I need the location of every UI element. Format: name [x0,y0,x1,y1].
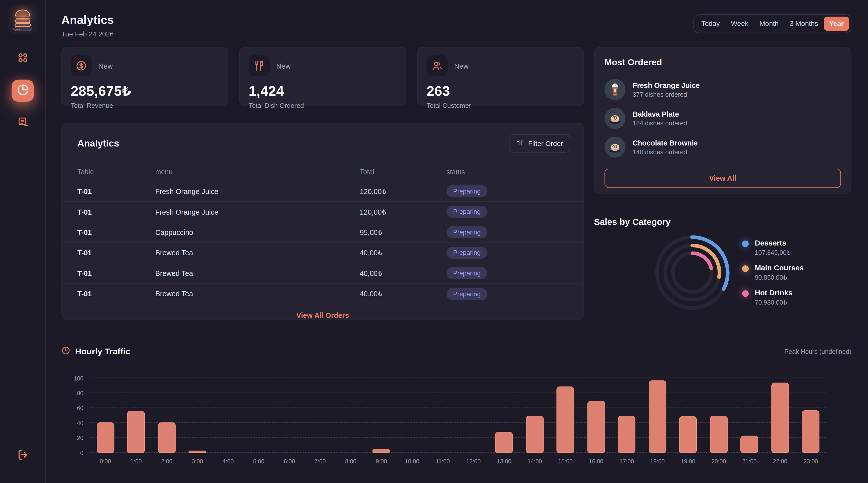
y-axis-tick: 80 [61,390,83,396]
traffic-bar[interactable] [96,422,114,453]
most-ordered-count: 377 dishes ordered [633,91,700,98]
most-ordered-item[interactable]: Baklava Plate184 dishes ordered [604,104,841,133]
sales-by-category-section: Sales by Category Desserts107.845,00₺Mai… [594,217,851,317]
sidebar-item-orders[interactable] [11,112,34,134]
col-header-total: Total [360,168,446,176]
sidebar-item-dashboard[interactable] [11,48,34,70]
sidebar-item-analytics[interactable] [11,80,34,102]
grid-icon [17,52,28,65]
most-ordered-item[interactable]: Chocolate Brownie140 dishes ordered [604,133,841,161]
page-title: Analytics [61,13,114,27]
traffic-bar[interactable] [189,451,206,453]
table-row[interactable]: T-01Fresh Orange Juice120,00₺Preparing [62,202,583,222]
traffic-bar[interactable] [526,415,544,453]
radial-chart [648,229,737,317]
bar-slot [90,378,121,453]
time-filter-week[interactable]: Week [725,17,754,31]
cell-menu: Fresh Orange Juice [155,187,360,195]
bar-slot [366,378,397,453]
x-axis-label: 13:00 [489,458,519,464]
bar-slot [151,378,182,453]
stat-cards: New 285,675₺ Total Revenue New [61,47,584,106]
table-row[interactable]: T-01Fresh Orange Juice120,00₺Preparing [62,181,583,202]
most-ordered-item[interactable]: Fresh Orange Juice377 dishes ordered [604,75,841,104]
cell-table: T-01 [78,228,155,237]
time-filter-3-months[interactable]: 3 Months [784,17,824,31]
table-row[interactable]: T-01Brewed Tea40,00₺Preparing [62,243,583,263]
cell-menu: Brewed Tea [155,269,360,277]
legend-name: Main Courses [755,264,804,272]
cell-menu: Fresh Orange Juice [155,208,360,216]
col-header-table: Table [78,168,155,176]
traffic-bar[interactable] [587,400,605,453]
status-badge: Preparing [446,226,488,238]
status-badge: Preparing [446,267,488,279]
logout-icon [17,449,28,462]
traffic-bar[interactable] [741,435,758,453]
time-filter-year[interactable]: Year [824,17,849,31]
traffic-bar[interactable] [557,386,574,453]
most-ordered-view-all-button[interactable]: View All [604,169,841,188]
cell-table: T-01 [78,269,155,277]
bar-slot [428,378,458,453]
x-axis-label: 8:00 [335,458,366,464]
traffic-bar[interactable] [618,415,636,453]
status-badge: Preparing [446,288,488,300]
traffic-bar[interactable] [158,422,176,453]
stat-badge: New [276,62,290,70]
legend-item: Main Courses90.850,00₺ [742,264,804,281]
traffic-bar[interactable] [372,449,390,453]
cell-total: 95,00₺ [360,228,446,237]
analytics-dashboard: Analytics Tue Feb 24 2026 TodayWeekMonth… [0,0,868,483]
dollar-circle-icon [71,55,92,77]
sliders-icon [516,139,524,148]
cell-total: 40,00₺ [360,290,446,298]
x-axis-label: 18:00 [642,458,673,464]
x-axis-label: 12:00 [458,458,489,464]
bar-slot [121,378,151,453]
cell-table: T-01 [78,187,155,195]
traffic-bar[interactable] [679,416,697,453]
legend-value: 70.930,00₺ [755,299,793,306]
bar-slot [796,378,826,453]
most-ordered-name: Fresh Orange Juice [633,81,700,89]
stat-card-dishes: New 1,424 Total Dish Ordered [239,47,406,106]
most-ordered-count: 184 dishes ordered [633,120,687,126]
cell-menu: Cappuccino [155,228,360,237]
time-filter-today[interactable]: Today [696,17,725,31]
traffic-bar[interactable] [710,415,727,453]
table-row[interactable]: T-01Brewed Tea40,00₺Preparing [62,263,583,283]
y-axis-tick: 0 [61,450,83,456]
time-range-filter: TodayWeekMonth3 MonthsYear [694,14,852,33]
orders-section-title: Analytics [78,138,119,149]
stat-value: 263 [427,83,575,99]
x-axis-label: 1:00 [121,458,151,464]
table-row[interactable]: T-01Cappuccino95,00₺Preparing [62,222,583,242]
users-icon [427,55,447,77]
stat-card-revenue: New 285,675₺ Total Revenue [61,47,228,106]
col-header-menu: menu [155,168,360,176]
left-column: New 285,675₺ Total Revenue New [61,47,584,320]
table-row[interactable]: T-01Brewed Tea40,00₺Preparing [62,284,583,304]
most-ordered-title: Most Ordered [604,58,841,68]
traffic-bar[interactable] [802,411,819,453]
traffic-bar[interactable] [649,381,666,453]
traffic-bar[interactable] [495,432,513,453]
x-axis-label: 15:00 [550,458,581,464]
logout-button[interactable] [11,445,34,467]
view-all-orders-link[interactable]: View All Orders [62,311,583,320]
most-ordered-name: Baklava Plate [633,110,687,118]
sales-by-category-title: Sales by Category [594,217,851,228]
y-axis-tick: 60 [61,404,83,411]
stat-badge: New [98,62,113,70]
main-content: Analytics Tue Feb 24 2026 TodayWeekMonth… [46,0,868,483]
time-filter-month[interactable]: Month [754,17,784,31]
filter-order-button[interactable]: Filter Order [509,134,570,153]
bar-slot [581,378,611,453]
legend-dot [742,241,749,247]
dessert-icon [604,108,626,129]
traffic-bar[interactable] [771,383,789,453]
traffic-bar[interactable] [127,411,145,453]
filter-order-label: Filter Order [528,140,563,148]
orders-card: Analytics Filter Order Tabl [61,123,584,320]
